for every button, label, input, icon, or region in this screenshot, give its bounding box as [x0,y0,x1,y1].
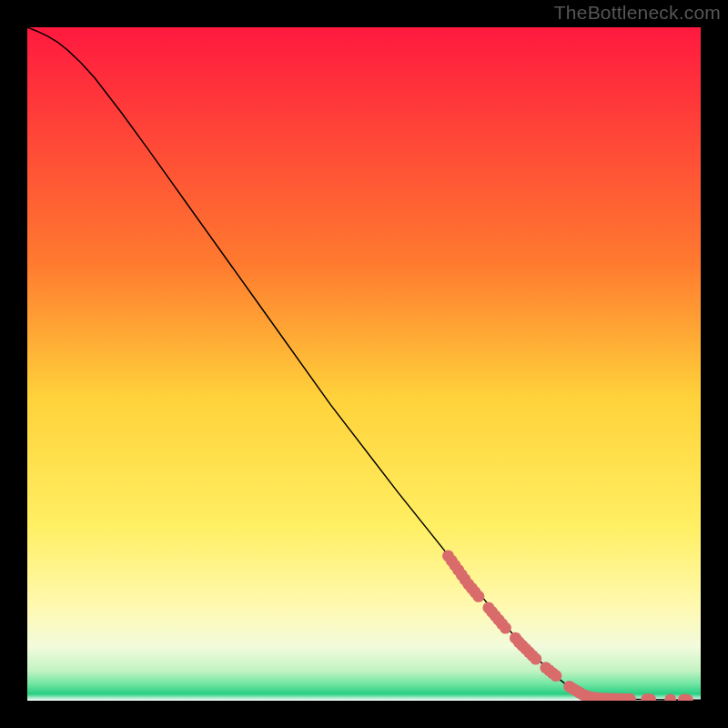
bottleneck-curve [27,27,701,700]
plot-area [27,27,701,701]
chart-frame: TheBottleneck.com [0,0,728,728]
chart-overlay [27,27,701,701]
scatter-points [442,550,693,701]
data-point [500,622,511,634]
watermark-text: TheBottleneck.com [554,2,721,24]
data-point [472,591,484,602]
data-point [550,670,561,682]
data-point [530,653,541,665]
data-point [664,693,676,701]
